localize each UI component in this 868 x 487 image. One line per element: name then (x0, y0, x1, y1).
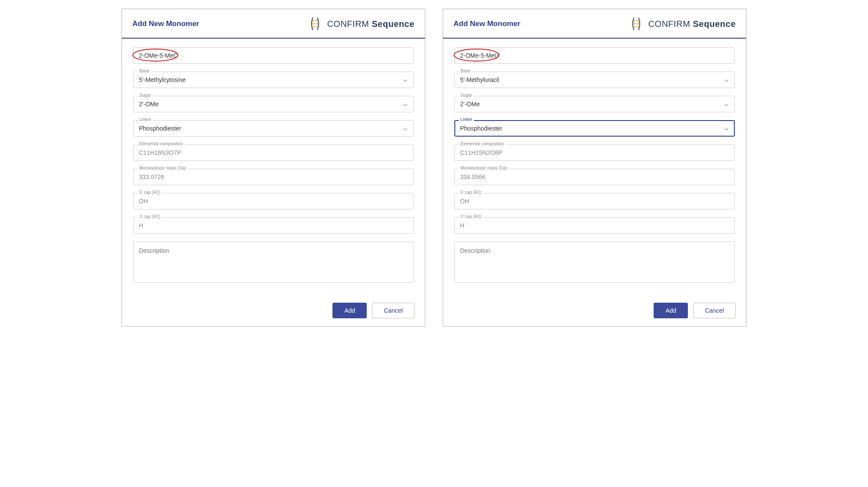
logo: CONFIRM Sequence (307, 16, 414, 32)
monoisotopic-mass-label: Monoisotopic mass (Da) (138, 166, 188, 170)
description-input[interactable] (454, 242, 735, 283)
logo-text: CONFIRM Sequence (327, 19, 414, 29)
logo: CONFIRM Sequence (628, 16, 736, 32)
panel-header: Add New Monomer CONFIRM Sequence (122, 9, 425, 39)
elemental-composition-field: Elemental composition (454, 144, 735, 161)
monoisotopic-mass-input (133, 169, 414, 185)
linker-input[interactable] (133, 120, 414, 137)
panel-header: Add New Monomer CONFIRM Sequence (443, 9, 746, 39)
cap-3-field: 3' cap (R2) (133, 217, 414, 234)
monoisotopic-mass-field: Monoisotopic mass (Da) (454, 169, 735, 185)
elemental-composition-input (454, 144, 735, 161)
id-input[interactable] (454, 47, 735, 64)
linker-label: Linker (459, 117, 474, 122)
base-input[interactable] (454, 72, 735, 88)
base-input[interactable] (133, 72, 414, 88)
base-field: Base (133, 72, 414, 88)
sugar-input[interactable] (454, 96, 735, 112)
cap-3-input (133, 217, 414, 234)
panel-title: Add New Monomer (454, 20, 520, 28)
linker-field: Linker (133, 120, 414, 137)
add-button[interactable]: Add (654, 303, 688, 318)
monoisotopic-mass-input (454, 169, 735, 185)
cancel-button[interactable]: Cancel (372, 303, 414, 318)
cancel-button[interactable]: Cancel (693, 303, 736, 318)
base-label: Base (459, 69, 472, 73)
panel-footer: Add Cancel (443, 297, 746, 326)
panel-body: Base Sugar Linker Elemental composition … (443, 39, 746, 297)
cap-5-label: 5' cap (R1) (459, 190, 483, 195)
id-input[interactable] (133, 47, 414, 64)
cap-5-label: 5' cap (R1) (138, 190, 162, 195)
cap-5-input (133, 193, 414, 209)
confirm-sequence-logo-icon (628, 16, 644, 32)
cap-5-field: 5' cap (R1) (133, 193, 414, 209)
panel-title: Add New Monomer (132, 20, 199, 28)
elemental-composition-field: Elemental composition (133, 144, 414, 161)
monoisotopic-mass-label: Monoisotopic mass (Da) (459, 166, 509, 170)
logo-text: CONFIRM Sequence (648, 19, 736, 29)
panel-footer: Add Cancel (122, 297, 425, 326)
elemental-composition-input (133, 144, 414, 161)
elemental-composition-label: Elemental composition (459, 141, 506, 146)
id-field (133, 47, 414, 64)
sugar-label: Sugar (459, 93, 474, 98)
sugar-field: Sugar (454, 96, 735, 112)
sugar-field: Sugar (133, 96, 414, 112)
cap-3-input (454, 217, 735, 234)
monomer-panel-0: Add New Monomer CONFIRM Sequence Base Su… (122, 9, 425, 327)
monoisotopic-mass-field: Monoisotopic mass (Da) (133, 169, 414, 185)
linker-input[interactable] (454, 120, 735, 137)
cap-3-label: 3' cap (R2) (459, 214, 483, 219)
base-field: Base (454, 72, 735, 88)
id-field (454, 47, 735, 64)
cap-5-input (454, 193, 735, 209)
linker-label: Linker (138, 117, 153, 122)
linker-field: Linker (454, 120, 735, 137)
monomer-panel-1: Add New Monomer CONFIRM Sequence Base Su… (443, 9, 746, 327)
cap-3-field: 3' cap (R2) (454, 217, 735, 234)
panel-body: Base Sugar Linker Elemental composition … (122, 39, 425, 297)
sugar-input[interactable] (133, 96, 414, 112)
add-button[interactable]: Add (332, 303, 367, 318)
description-field (133, 242, 414, 284)
base-label: Base (138, 69, 151, 73)
description-field (454, 242, 735, 284)
description-input[interactable] (133, 242, 414, 283)
sugar-label: Sugar (138, 93, 153, 98)
cap-3-label: 3' cap (R2) (138, 214, 162, 219)
confirm-sequence-logo-icon (307, 16, 323, 32)
elemental-composition-label: Elemental composition (138, 141, 185, 146)
cap-5-field: 5' cap (R1) (454, 193, 735, 209)
